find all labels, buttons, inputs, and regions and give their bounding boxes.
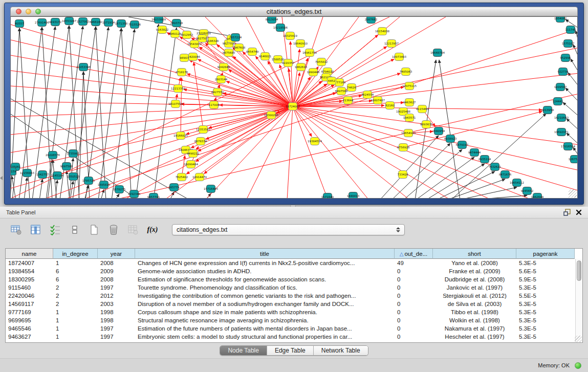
table-cell[interactable]: 0 bbox=[395, 267, 433, 275]
table-cell[interactable]: 0 bbox=[395, 275, 433, 283]
table-cell[interactable]: 2008 bbox=[98, 275, 135, 283]
table-cell[interactable]: Dudbridge et al. (2008) bbox=[433, 275, 516, 283]
table-settings-icon[interactable] bbox=[10, 224, 23, 236]
table-cell[interactable]: 49 bbox=[395, 259, 433, 267]
table-cell[interactable]: Estimation of the future numbers of pati… bbox=[135, 324, 395, 333]
table-cell[interactable]: 0 bbox=[395, 292, 433, 300]
function-builder-icon[interactable]: f(x) bbox=[146, 224, 159, 236]
table-cell[interactable]: 6 bbox=[53, 267, 98, 275]
table-cell[interactable]: 5.3E-5 bbox=[516, 316, 575, 324]
table-cell[interactable]: 2 bbox=[53, 300, 98, 308]
table-cell[interactable]: 5.3E-5 bbox=[516, 333, 575, 341]
table-cell[interactable]: 2008 bbox=[98, 259, 135, 267]
minimize-window-button[interactable] bbox=[26, 9, 31, 14]
float-panel-icon[interactable] bbox=[563, 209, 571, 216]
left-panel-collapse-icon[interactable] bbox=[0, 176, 3, 180]
table-cell[interactable]: 2 bbox=[53, 283, 98, 292]
table-cell[interactable]: 5.9E-5 bbox=[516, 275, 575, 283]
table-cell[interactable]: 0 bbox=[395, 333, 433, 341]
table-cell[interactable]: Stergiakouli et al. (2012) bbox=[433, 292, 516, 300]
maximize-window-button[interactable] bbox=[35, 9, 41, 14]
table-cell[interactable]: 14569117 bbox=[6, 300, 53, 308]
table-cell[interactable]: 1997 bbox=[98, 333, 135, 341]
table-row[interactable]: 1456911722003Disruption of a novel membe… bbox=[6, 300, 582, 308]
table-row[interactable]: 1830029562008Estimation of significance … bbox=[6, 275, 582, 283]
table-cell[interactable]: 0 bbox=[395, 283, 433, 292]
column-header-in-degree[interactable]: in_degree bbox=[53, 249, 98, 259]
table-cell[interactable]: de Silva et al. (2003) bbox=[433, 300, 516, 308]
show-columns-icon[interactable] bbox=[30, 224, 42, 236]
scrollbar-thumb[interactable] bbox=[577, 260, 581, 281]
table-row[interactable]: 946554611997Estimation of the future num… bbox=[6, 324, 582, 333]
table-cell[interactable]: 2009 bbox=[98, 267, 135, 275]
table-cell[interactable]: 0 bbox=[395, 300, 433, 308]
table-cell[interactable]: 22420046 bbox=[6, 292, 53, 300]
table-cell[interactable]: 0 bbox=[395, 324, 433, 333]
tab-node-table[interactable]: Node Table bbox=[220, 346, 267, 355]
table-cell[interactable]: 19384554 bbox=[6, 267, 53, 275]
table-cell[interactable]: 9115460 bbox=[6, 283, 53, 292]
delete-icon[interactable] bbox=[107, 224, 120, 236]
table-cell[interactable]: 1 bbox=[53, 316, 98, 324]
table-cell[interactable]: Franke et al. (2009) bbox=[433, 267, 516, 275]
table-cell[interactable]: 5.3E-5 bbox=[516, 324, 575, 333]
table-cell[interactable]: 1 bbox=[53, 333, 98, 341]
table-row[interactable]: 969969511998Structural magnetic resonanc… bbox=[6, 316, 582, 324]
table-resize-grip[interactable] bbox=[575, 336, 582, 343]
column-header-name[interactable]: name bbox=[6, 249, 53, 259]
table-row[interactable]: 946362711997Embryonic stem cells: a mode… bbox=[6, 333, 582, 341]
new-table-icon[interactable] bbox=[88, 224, 100, 236]
table-cell[interactable]: 5.6E-5 bbox=[516, 267, 575, 275]
table-cell[interactable]: 18300295 bbox=[6, 275, 53, 283]
table-cell[interactable]: 1997 bbox=[98, 324, 135, 333]
column-header-year[interactable]: year bbox=[98, 249, 135, 259]
table-row[interactable]: 977716911998Corpus callosum shape and si… bbox=[6, 308, 582, 316]
table-cell[interactable]: 5.3E-5 bbox=[516, 259, 575, 267]
table-cell[interactable]: 1998 bbox=[98, 308, 135, 316]
column-header-short[interactable]: short bbox=[433, 249, 516, 259]
table-cell[interactable]: 1 bbox=[53, 259, 98, 267]
table-row[interactable]: 2242004622012Investigating the contribut… bbox=[6, 292, 582, 300]
close-window-button[interactable] bbox=[16, 9, 21, 14]
table-cell[interactable]: 1 bbox=[53, 308, 98, 316]
table-selector-dropdown[interactable]: citations_edges.txt bbox=[172, 224, 405, 235]
network-window-titlebar[interactable]: citations_edges.txt bbox=[10, 7, 578, 16]
window-resize-grip[interactable] bbox=[569, 189, 577, 198]
table-cell[interactable]: 9465546 bbox=[6, 324, 53, 333]
tab-network-table[interactable]: Network Table bbox=[313, 346, 368, 355]
table-cell[interactable]: 5.3E-5 bbox=[516, 283, 575, 292]
table-cell[interactable]: Embryonic stem cells: a model to study s… bbox=[135, 333, 395, 341]
table-cell[interactable]: Yano et al. (2008) bbox=[433, 259, 516, 267]
table-cell[interactable]: Nakamura et al. (1997) bbox=[433, 324, 516, 333]
table-cell[interactable]: Genome-wide association studies in ADHD. bbox=[135, 267, 395, 275]
table-cell[interactable]: Jankovic et al. (1997) bbox=[433, 283, 516, 292]
table-cell[interactable]: 0 bbox=[395, 316, 433, 324]
table-cell[interactable]: Tourette syndrome. Phenomenology and cla… bbox=[135, 283, 395, 292]
table-cell[interactable]: 2003 bbox=[98, 300, 135, 308]
table-cell[interactable]: Investigating the contribution of common… bbox=[135, 292, 395, 300]
close-panel-icon[interactable] bbox=[576, 209, 582, 215]
table-cell[interactable]: 9699695 bbox=[6, 316, 53, 324]
network-canvas[interactable]: 1872400791638228960128891295323226058982… bbox=[10, 16, 578, 199]
table-cell[interactable]: 9777169 bbox=[6, 308, 53, 316]
table-cell[interactable]: 18724007 bbox=[6, 259, 53, 267]
table-row[interactable]: 1872400712008Changes of HCN gene express… bbox=[6, 259, 582, 267]
table-cell[interactable]: Disruption of a novel member of a sodium… bbox=[135, 300, 395, 308]
table-cell[interactable]: 0 bbox=[395, 308, 433, 316]
table-cell[interactable]: 2012 bbox=[98, 292, 135, 300]
table-cell[interactable]: 1998 bbox=[98, 316, 135, 324]
table-cell[interactable]: 1997 bbox=[98, 283, 135, 292]
table-cell[interactable]: Structural magnetic resonance image aver… bbox=[135, 316, 395, 324]
table-cell[interactable]: 6 bbox=[53, 275, 98, 283]
column-header-title[interactable]: title bbox=[135, 249, 395, 259]
tab-edge-table[interactable]: Edge Table bbox=[267, 346, 313, 355]
table-cell[interactable]: Corpus callosum shape and size in male p… bbox=[135, 308, 395, 316]
table-cell[interactable]: Tibbo et al. (1998) bbox=[433, 308, 516, 316]
table-cell[interactable]: 1 bbox=[53, 324, 98, 333]
row-selection-icon[interactable] bbox=[49, 224, 61, 236]
table-row[interactable]: 1938455462009Genome-wide association stu… bbox=[6, 267, 582, 275]
table-cell[interactable]: Hescheler et al. (1997) bbox=[433, 333, 516, 341]
citation-network-graph[interactable]: 1872400791638228960128891295323226058982… bbox=[11, 17, 578, 199]
table-cell[interactable]: 2 bbox=[53, 292, 98, 300]
network-window[interactable]: citations_edges.txt 18724007916382289601… bbox=[4, 3, 584, 205]
